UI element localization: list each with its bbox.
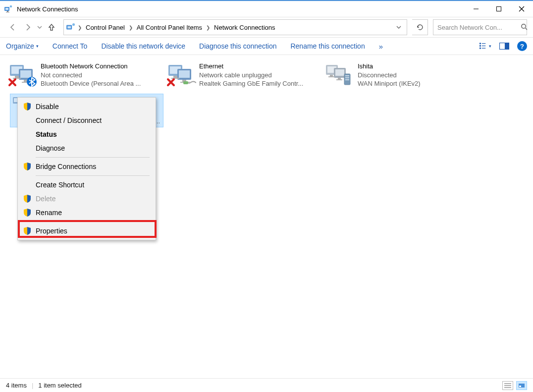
maximize-button[interactable] <box>487 1 510 17</box>
menu-item-rename[interactable]: Rename <box>19 206 155 220</box>
diagnose-button[interactable]: Diagnose this connection <box>199 42 276 50</box>
history-dropdown[interactable] <box>36 25 44 30</box>
svg-point-11 <box>72 23 75 26</box>
connection-status: Disconnected <box>358 71 421 80</box>
back-button[interactable] <box>6 20 20 34</box>
chevron-right-icon: ❯ <box>205 25 211 30</box>
navigation-bar: ❯ Control Panel ❯ All Control Panel Item… <box>0 17 533 37</box>
svg-rect-3 <box>6 12 9 12</box>
menu-label: Properties <box>36 227 67 235</box>
forward-button[interactable] <box>21 20 35 34</box>
svg-rect-58 <box>519 386 521 387</box>
shield-icon <box>23 226 32 235</box>
organize-menu[interactable]: Organize ▾ <box>6 42 39 50</box>
shield-icon <box>23 162 32 171</box>
menu-item-create-shortcut[interactable]: Create Shortcut <box>19 178 155 192</box>
chevron-down-icon: ▾ <box>36 44 39 49</box>
svg-rect-39 <box>188 82 190 84</box>
connect-to-button[interactable]: Connect To <box>53 42 88 50</box>
svg-rect-14 <box>480 43 481 44</box>
connection-status: Network cable unplugged <box>199 71 303 80</box>
tiles-view-button[interactable] <box>516 381 527 390</box>
cable-icon <box>183 79 196 88</box>
address-icon <box>66 22 76 32</box>
svg-rect-2 <box>7 11 8 12</box>
search-input[interactable] <box>437 24 521 31</box>
breadcrumb-item[interactable]: Network Connections <box>211 20 278 35</box>
breadcrumb-item[interactable]: All Control Panel Items <box>134 20 205 35</box>
svg-rect-15 <box>480 45 481 47</box>
connection-item[interactable]: Bluetooth Network Connection Not connect… <box>5 60 163 90</box>
bluetooth-icon <box>27 77 37 87</box>
connection-device: Bluetooth Device (Personal Area ... <box>41 79 141 88</box>
menu-label: Connect / Disconnect <box>36 116 102 124</box>
address-dropdown[interactable] <box>393 25 405 30</box>
minimize-button[interactable] <box>465 1 487 17</box>
svg-rect-16 <box>480 48 481 49</box>
app-icon <box>4 4 13 13</box>
svg-rect-33 <box>179 70 190 78</box>
svg-rect-51 <box>345 79 349 80</box>
svg-rect-10 <box>67 26 71 28</box>
close-button[interactable] <box>510 1 533 17</box>
menu-separator <box>36 157 150 158</box>
connection-icon <box>325 62 354 87</box>
connection-item[interactable]: Ishita Disconnected WAN Miniport (IKEv2) <box>322 60 480 90</box>
menu-item-delete: Delete <box>19 192 155 206</box>
menu-label: Delete <box>36 195 55 203</box>
status-bar: 4 items | 1 item selected <box>0 378 533 392</box>
menu-label: Status <box>36 130 57 138</box>
context-menu: Disable Connect / Disconnect Status Diag… <box>17 97 156 240</box>
menu-item-connect-disconnect[interactable]: Connect / Disconnect <box>19 113 155 127</box>
connection-status: Not connected <box>41 71 141 80</box>
search-icon <box>521 23 528 32</box>
disable-device-button[interactable]: Disable this network device <box>101 42 185 50</box>
connection-name: Ishita <box>358 62 421 71</box>
svg-rect-43 <box>335 69 344 76</box>
chevron-right-icon: ❯ <box>77 25 83 30</box>
window-controls <box>465 1 533 17</box>
connection-icon <box>8 62 37 87</box>
search-box[interactable] <box>433 19 527 35</box>
error-icon <box>8 78 17 87</box>
svg-line-13 <box>526 28 528 30</box>
svg-rect-38 <box>183 81 188 84</box>
menu-item-disable[interactable]: Disable <box>19 100 155 113</box>
details-view-button[interactable] <box>502 381 513 390</box>
menu-separator <box>36 175 150 176</box>
svg-rect-45 <box>328 76 334 77</box>
item-count: 4 items <box>6 382 27 389</box>
refresh-button[interactable] <box>412 19 428 35</box>
connection-device: Realtek Gaming GbE Family Contr... <box>199 79 303 88</box>
rename-button[interactable]: Rename this connection <box>290 42 365 50</box>
connection-name: Ethernet <box>199 62 303 71</box>
breadcrumb-item[interactable]: Control Panel <box>83 20 128 35</box>
svg-rect-21 <box>505 43 509 50</box>
menu-item-diagnose[interactable]: Diagnose <box>19 141 155 155</box>
chevron-down-icon: ▾ <box>489 44 491 49</box>
error-icon <box>166 78 175 87</box>
statusbar-separator: | <box>32 382 33 389</box>
window-title: Network Connections <box>17 5 78 13</box>
svg-rect-46 <box>338 78 341 79</box>
help-button[interactable]: ? <box>517 41 527 51</box>
up-button[interactable] <box>45 20 58 34</box>
menu-label: Rename <box>36 209 62 217</box>
menu-separator <box>36 222 150 222</box>
svg-rect-1 <box>5 8 8 10</box>
command-toolbar: Organize ▾ Connect To Disable this netwo… <box>0 37 533 55</box>
menu-item-status[interactable]: Status <box>19 127 155 141</box>
svg-point-4 <box>10 5 12 8</box>
titlebar: Network Connections <box>0 1 533 17</box>
shield-icon <box>23 208 32 217</box>
svg-rect-47 <box>336 79 342 80</box>
connection-item[interactable]: Ethernet Network cable unplugged Realtek… <box>163 60 322 90</box>
connection-list: Bluetooth Network Connection Not connect… <box>5 60 528 90</box>
svg-rect-44 <box>330 75 333 76</box>
menu-item-bridge[interactable]: Bridge Connections <box>19 160 155 173</box>
overflow-chevron[interactable]: » <box>379 42 383 51</box>
preview-pane-button[interactable] <box>498 40 510 52</box>
menu-item-properties[interactable]: Properties <box>19 224 155 238</box>
view-options-button[interactable]: ▾ <box>480 40 491 52</box>
address-bar[interactable]: ❯ Control Panel ❯ All Control Panel Item… <box>63 19 407 35</box>
